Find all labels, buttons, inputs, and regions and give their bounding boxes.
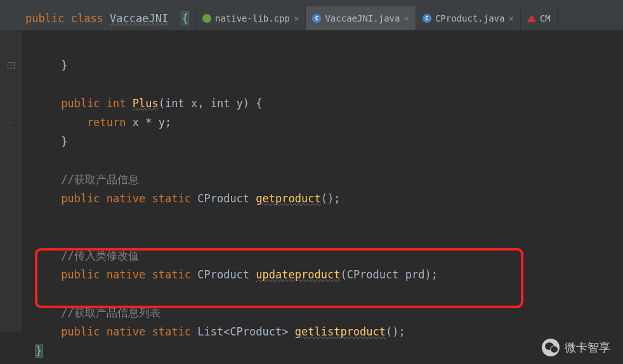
class-structure-view[interactable]: public class VaccaeJNI { bbox=[0, 6, 196, 30]
tab-label: CProduct.java bbox=[435, 13, 505, 23]
code-line: //获取产品信息列表 bbox=[29, 306, 161, 319]
code-line: } bbox=[29, 344, 43, 358]
tab-native-lib[interactable]: native-lib.cpp × bbox=[196, 6, 306, 30]
close-icon[interactable]: × bbox=[508, 13, 513, 23]
close-icon[interactable]: × bbox=[294, 13, 299, 23]
cpp-file-icon bbox=[202, 14, 211, 23]
code-line: } bbox=[29, 135, 67, 148]
watermark: 微卡智享 bbox=[542, 339, 610, 356]
watermark-text: 微卡智享 bbox=[565, 340, 610, 355]
open-brace: { bbox=[181, 11, 189, 25]
tab-label: CM bbox=[540, 13, 551, 23]
code-editor[interactable]: } public int Plus(int x, int y) { return… bbox=[22, 30, 623, 332]
code-line: return x * y; bbox=[29, 116, 171, 129]
editor-gutter[interactable]: − ⌐ bbox=[0, 30, 22, 332]
close-icon[interactable]: × bbox=[403, 13, 409, 23]
editor-top-bar: public class VaccaeJNI { native-lib.cpp … bbox=[0, 6, 623, 30]
cmake-file-icon bbox=[527, 14, 536, 23]
java-class-icon: C bbox=[312, 14, 321, 23]
code-line: public int Plus(int x, int y) { bbox=[29, 97, 263, 110]
code-line: public native static CProduct getproduct… bbox=[29, 192, 340, 205]
wechat-icon bbox=[542, 339, 560, 356]
code-line: public native static List<CProduct> getl… bbox=[29, 325, 405, 338]
java-class-icon: C bbox=[423, 14, 431, 23]
keyword-public: public bbox=[25, 12, 64, 25]
code-line: } bbox=[29, 59, 67, 72]
breadcrumb bbox=[0, 0, 623, 6]
fold-end-icon[interactable]: ⌐ bbox=[0, 113, 22, 132]
tab-label: native-lib.cpp bbox=[215, 13, 290, 23]
keyword-class: class bbox=[71, 12, 103, 25]
tab-label: VaccaeJNI.java bbox=[325, 13, 400, 23]
code-line: public native static CProduct updateprod… bbox=[29, 268, 438, 281]
code-line: //传入类修改值 bbox=[29, 249, 139, 262]
tab-cproduct[interactable]: C CProduct.java × bbox=[416, 6, 521, 30]
editor-area: − ⌐ } public int Plus(int x, int y) { re… bbox=[0, 30, 623, 332]
class-name: VaccaeJNI bbox=[110, 12, 168, 25]
code-line: //获取产品信息 bbox=[29, 173, 139, 186]
fold-toggle-icon[interactable]: − bbox=[0, 56, 22, 75]
tab-cmake[interactable]: CM bbox=[521, 6, 558, 30]
editor-tabs: native-lib.cpp × C VaccaeJNI.java × C CP… bbox=[196, 6, 623, 30]
tab-vaccaejni[interactable]: C VaccaeJNI.java × bbox=[306, 6, 416, 30]
